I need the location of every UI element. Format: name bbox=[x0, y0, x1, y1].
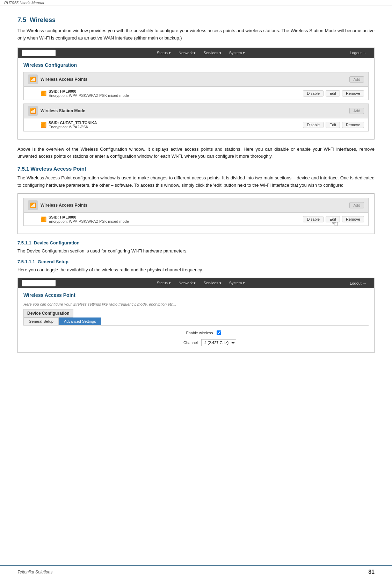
wap-remove-button[interactable]: Remove bbox=[342, 90, 364, 97]
logo-box: ◆ TELTONIKA bbox=[22, 50, 56, 56]
gs-nav-system[interactable]: System ▾ bbox=[226, 280, 249, 286]
enable-wireless-value bbox=[217, 330, 221, 335]
main-content: 7.5 Wireless The Wireless configuration … bbox=[0, 6, 392, 373]
general-setup-ui: ◆ TELTONIKA Status ▾ Network ▾ Services … bbox=[17, 278, 375, 353]
body-text-1: Above is the overview of the Wireless Co… bbox=[17, 146, 375, 160]
wap2-signal-icon: 📶 bbox=[41, 216, 46, 222]
wap2-entry-buttons: Disable Edit Remove ☞ bbox=[303, 216, 364, 222]
wireless-ap-ui: 📶 Wireless Access Points Add 📶 SSID: HAL… bbox=[17, 193, 375, 234]
wsm-panel-title: 📶 Wireless Station Mode bbox=[28, 106, 85, 116]
wap2-panel-header: 📶 Wireless Access Points Add bbox=[24, 198, 368, 213]
wap-entry-info: SSID: HAL9000 Encryption: WPA-PSK/WPA2-P… bbox=[49, 89, 129, 98]
router-content: Wireless Configuration 📶 Wireless Access… bbox=[18, 58, 374, 139]
footer: Teltonika Solutions 81 bbox=[0, 565, 392, 578]
wap-content: 📶 Wireless Access Points Add 📶 SSID: HAL… bbox=[18, 194, 374, 234]
gs-nav-status[interactable]: Status ▾ bbox=[153, 280, 174, 286]
wireless-config-title: Wireless Configuration bbox=[23, 62, 369, 68]
tab-general-setup[interactable]: General Setup bbox=[23, 317, 59, 325]
wsm-remove-button[interactable]: Remove bbox=[342, 122, 364, 128]
section-7511-body: The Device Configuration section is used… bbox=[17, 248, 375, 255]
wap2-entry-info: SSID: HAL9000 Encryption: WPA-PSK/WPA2-P… bbox=[49, 215, 129, 223]
section-7511: 7.5.1.1 Device Configuration The Device … bbox=[17, 240, 375, 255]
gs-section-title: Wireless Access Point bbox=[23, 292, 369, 298]
router-nav: ◆ TELTONIKA Status ▾ Network ▾ Services … bbox=[18, 48, 374, 58]
wap2-remove-button[interactable]: Remove bbox=[342, 216, 364, 222]
nav-status[interactable]: Status ▾ bbox=[153, 50, 174, 56]
gs-content: Wireless Access Point Here you can confi… bbox=[18, 288, 374, 352]
wap-entry-1: 📶 SSID: HAL9000 Encryption: WPA-PSK/WPA2… bbox=[24, 87, 368, 100]
manual-title: RUT955 User's Manual bbox=[4, 1, 44, 5]
section-75111-heading: 7.5.1.1.1 General Setup bbox=[17, 259, 375, 264]
wifi-signal-icon: 📶 bbox=[41, 91, 46, 96]
section-75111-body: Here you can toggle the availability of … bbox=[17, 266, 375, 274]
gs-logo-box: ◆ TELTONIKA bbox=[22, 280, 56, 286]
device-config-label: Device Configuration bbox=[23, 309, 73, 317]
section-751-heading: 7.5.1 Wireless Access Point bbox=[17, 166, 375, 172]
gs-nav-services[interactable]: Services ▾ bbox=[200, 280, 225, 286]
footer-company: Teltonika Solutions bbox=[17, 570, 52, 575]
section-75-intro: The Wireless configuration window provid… bbox=[17, 27, 375, 42]
wsm-signal-icon: 📶 bbox=[41, 122, 46, 128]
gs-nav-logout[interactable]: Logout → bbox=[346, 280, 370, 286]
gs-nav-network[interactable]: Network ▾ bbox=[175, 280, 199, 286]
wap-panel-2: 📶 Wireless Access Points Add 📶 SSID: HAL… bbox=[23, 198, 369, 226]
wap2-entry-1: 📶 SSID: HAL9000 Encryption: WPA-PSK/WPA2… bbox=[24, 213, 368, 226]
wsm-panel-header: 📶 Wireless Station Mode Add bbox=[24, 104, 368, 118]
wap-add-button[interactable]: Add bbox=[349, 76, 364, 83]
gs-nav-links: Status ▾ Network ▾ Services ▾ System ▾ bbox=[153, 280, 249, 286]
gs-logo: ◆ TELTONIKA bbox=[22, 280, 56, 286]
nav-system[interactable]: System ▾ bbox=[226, 50, 249, 56]
header-bar: RUT955 User's Manual bbox=[0, 0, 392, 6]
wsm-entry-info: SSID: GUEST_TELTONIKA Encryption: WPA2-P… bbox=[49, 121, 97, 129]
enable-wireless-checkbox[interactable] bbox=[217, 330, 221, 335]
wireless-access-points-panel: 📶 Wireless Access Points Add 📶 SSID: HAL… bbox=[23, 72, 369, 100]
channel-label: Channel bbox=[156, 341, 201, 345]
nav-network[interactable]: Network ▾ bbox=[175, 50, 199, 56]
nav-logout[interactable]: Logout → bbox=[346, 50, 370, 56]
wap2-add-button[interactable]: Add bbox=[349, 202, 364, 208]
wsm-edit-button[interactable]: Edit bbox=[326, 122, 340, 128]
channel-value: 4 (2.427 GHz) bbox=[201, 339, 236, 346]
channel-row: Channel 4 (2.427 GHz) bbox=[23, 337, 369, 348]
wsm-icon: 📶 bbox=[28, 106, 38, 116]
nav-services[interactable]: Services ▾ bbox=[200, 50, 225, 56]
tab-advanced-settings[interactable]: Advanced Settings bbox=[59, 317, 101, 325]
tab-row: General Setup Advanced Settings bbox=[23, 317, 369, 326]
wireless-config-ui: ◆ TELTONIKA Status ▾ Network ▾ Services … bbox=[17, 48, 375, 140]
enable-wireless-row: Enable wireless bbox=[23, 328, 369, 337]
wap-panel-title: 📶 Wireless Access Points bbox=[28, 74, 87, 84]
enable-wireless-label: Enable wireless bbox=[171, 331, 217, 335]
wsm-entry-1: 📶 SSID: GUEST_TELTONIKA Encryption: WPA2… bbox=[24, 118, 368, 131]
channel-select[interactable]: 4 (2.427 GHz) bbox=[201, 339, 236, 346]
wap-edit-button[interactable]: Edit bbox=[326, 90, 340, 97]
router-logo: ◆ TELTONIKA bbox=[22, 50, 56, 56]
wsm-entry-buttons: Disable Edit Remove bbox=[303, 122, 364, 128]
section-751: 7.5.1 Wireless Access Point The Wireless… bbox=[17, 166, 375, 189]
wap-icon: 📶 bbox=[28, 74, 38, 84]
wap2-icon: 📶 bbox=[28, 200, 38, 210]
wap-entry-buttons: Disable Edit Remove bbox=[303, 90, 364, 97]
device-config-section: Device Configuration bbox=[23, 309, 369, 317]
section-75-heading: 7.5 Wireless bbox=[17, 16, 375, 24]
wsm-add-button[interactable]: Add bbox=[349, 108, 364, 114]
router-nav-links: Status ▾ Network ▾ Services ▾ System ▾ bbox=[153, 50, 249, 56]
wap2-panel-title: 📶 Wireless Access Points bbox=[28, 200, 87, 210]
footer-page: 81 bbox=[368, 569, 375, 575]
wap2-disable-button[interactable]: Disable bbox=[303, 216, 324, 222]
gs-router-nav: ◆ TELTONIKA Status ▾ Network ▾ Services … bbox=[18, 278, 374, 288]
section-75111: 7.5.1.1.1 General Setup Here you can tog… bbox=[17, 259, 375, 274]
cursor-pointer-icon: ☞ bbox=[331, 220, 338, 229]
section-75: 7.5 Wireless The Wireless configuration … bbox=[17, 16, 375, 42]
section-751-body: The Wireless Access Point configuration … bbox=[17, 174, 375, 189]
wireless-station-mode-panel: 📶 Wireless Station Mode Add 📶 SSID: GUES… bbox=[23, 104, 369, 131]
wap-disable-button[interactable]: Disable bbox=[303, 90, 324, 97]
wap-panel-header: 📶 Wireless Access Points Add bbox=[24, 72, 368, 87]
section-7511-heading: 7.5.1.1 Device Configuration bbox=[17, 240, 375, 245]
gs-subtitle: Here you can configure your wireless set… bbox=[23, 302, 369, 306]
wsm-disable-button[interactable]: Disable bbox=[303, 122, 324, 128]
